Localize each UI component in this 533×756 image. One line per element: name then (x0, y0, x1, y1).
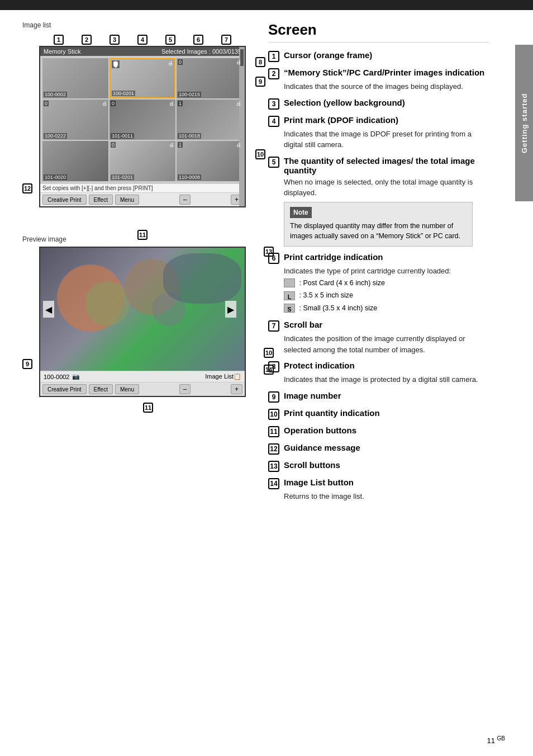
item-header-4: 4 Print mark (DPOF indication) (268, 115, 488, 127)
preview-minus-btn[interactable]: – (179, 384, 191, 394)
callout-4: 4 (137, 35, 147, 45)
cart-item-2: S : Small (3.5 x 4 inch) size (284, 302, 488, 315)
item-num-11: 11 (268, 426, 279, 437)
item-header-6: 6 Print cartridge indication (268, 252, 488, 264)
minus-btn[interactable]: – (179, 195, 191, 205)
creative-print-btn[interactable]: Creative Print (42, 195, 87, 205)
list-item-4: 4 Print mark (DPOF indication) Indicates… (268, 115, 488, 150)
callout-13-positioned: 13 (264, 247, 274, 257)
preview-scroll-right[interactable]: ▶ (225, 301, 236, 318)
callout-8: 8 (255, 57, 265, 67)
item-num-3: 3 (268, 98, 279, 110)
callout-10-p: 10 (264, 348, 274, 358)
list-item-11: 11 Operation buttons (268, 426, 488, 437)
screen-title: Screen (268, 21, 488, 42)
item-title-11: Operation buttons (284, 426, 356, 435)
preview-image: ◀ ▶ (40, 248, 245, 371)
preview-menu-btn[interactable]: Menu (115, 384, 139, 394)
thumb-num-7: 0 (111, 142, 116, 148)
preview-plus-btn[interactable]: + (231, 384, 242, 394)
preview-action-buttons: Creative Print Effect Menu – + (40, 382, 245, 396)
item-desc-6: Indicates the type of print cartridge cu… (284, 266, 488, 277)
thumb-label-4: 101-0011 (111, 133, 134, 139)
item-title-9: Image number (284, 391, 341, 400)
item-num-1: 1 (268, 51, 279, 62)
item-title-4: Print mark (DPOF indication) (284, 115, 398, 125)
thumb-label-7: 101-0201 (111, 174, 134, 180)
thumbnail-8[interactable]: 1 🖨 110-0008 (177, 141, 242, 181)
left-column: Image list 1 2 3 4 5 6 7 Memory Stick (22, 21, 257, 507)
effect-btn[interactable]: Effect (89, 195, 113, 205)
right-column: Screen 1 Cursor (orange frame) 2 “Memory… (268, 21, 511, 507)
panel-buttons: Creative Print Effect Menu – + (40, 192, 245, 206)
camera-icon: 📷 (72, 373, 80, 380)
note-text: The displayed quantity may differ from t… (290, 221, 467, 242)
panel-top-bar: Memory Stick Selected Images : 0003/0135 (40, 47, 245, 56)
thumbnail-1[interactable]: 2 🖨 100-0201 (110, 58, 175, 98)
preview-panel: ◀ ▶ 100-0002 📷 Image List📋 (39, 247, 246, 397)
selected-info: Selected Images : 0003/0135 (161, 48, 241, 55)
cart-icon-l: L (284, 291, 295, 300)
item-desc-14: Returns to the image list. (284, 491, 488, 502)
image-list-btn[interactable]: Image List📋 (205, 373, 241, 380)
thumb-label-2: 100-0215 (178, 92, 201, 97)
item-header-14: 14 Image List button (268, 478, 488, 489)
preview-creative-print-btn[interactable]: Creative Print (42, 384, 87, 394)
callout-13: 13 (264, 247, 274, 257)
preview-section: Preview image 13 ◀ (22, 235, 257, 397)
callout-5: 5 (165, 35, 175, 45)
item-title-14: Image List button (284, 478, 354, 487)
thumbnail-7[interactable]: 0 🖨 101-0201 (110, 141, 175, 181)
item-header-7: 7 Scroll bar (268, 320, 488, 332)
callout-9-positioned: 9 (255, 77, 265, 87)
callout-3: 3 (110, 35, 120, 45)
image-list-panel: Memory Stick Selected Images : 0003/0135… (39, 46, 246, 207)
callout-14: 14 (264, 365, 274, 375)
menu-btn[interactable]: Menu (115, 195, 139, 205)
callout-10: 10 (255, 149, 265, 159)
item-title-6: Print cartridge indication (284, 252, 383, 262)
thumbnail-3[interactable]: 0 🖨 100-0222 (42, 100, 108, 140)
list-item-12: 12 Guidance message (268, 443, 488, 455)
callout-7: 7 (221, 35, 231, 45)
preview-callout-9: 9 (22, 359, 32, 369)
callout-9: 9 (255, 77, 265, 87)
panel-instruction: Set copies with [+][-] and then press [P… (40, 183, 245, 192)
item-desc-7: Indicates the position of the image curr… (284, 333, 488, 355)
item-title-10: Print quantity indication (284, 408, 380, 418)
thumbnail-5[interactable]: 1 🖨 101-0018 (177, 100, 242, 140)
side-tab-label: Getting started (520, 93, 529, 153)
side-tab: Getting started (515, 45, 533, 201)
preview-effect-btn[interactable]: Effect (89, 384, 113, 394)
item-title-3: Selection (yellow background) (284, 98, 405, 107)
list-item-6: 6 Print cartridge indication Indicates t… (268, 252, 488, 314)
preview-callout-14: 14 (264, 365, 274, 375)
panel-scrollbar[interactable] (239, 47, 245, 206)
item-header-2: 2 “Memory Stick”/PC Card/Printer images … (268, 68, 488, 79)
thumb-num-5: 1 (178, 101, 183, 106)
item-title-13: Scroll buttons (284, 460, 340, 470)
thumbnail-2[interactable]: 0 🖨 100-0215 (177, 58, 242, 98)
list-item-5: 5 The quantity of selected images/ the t… (268, 156, 488, 247)
thumbnail-0[interactable]: 100-0002 (42, 58, 108, 98)
item-num-7: 7 (268, 320, 279, 332)
thumbnail-6[interactable]: 101-0020 (42, 141, 108, 181)
item-desc-2: Indicates that the source of the images … (284, 81, 488, 92)
callout-12-positioned: 12 (22, 183, 32, 193)
cartridge-icons: : Post Card (4 x 6 inch) size L : 3.5 x … (284, 277, 488, 315)
cart-icon-postcard (284, 278, 295, 287)
item-header-10: 10 Print quantity indication (268, 408, 488, 420)
item-num-4: 4 (268, 116, 279, 127)
item-num-12: 12 (268, 443, 279, 455)
item-num-13: 13 (268, 461, 279, 472)
list-item-3: 3 Selection (yellow background) (268, 98, 488, 110)
list-item-10: 10 Print quantity indication (268, 408, 488, 420)
thumb-num-4: 0 (111, 101, 116, 106)
thumbnail-4[interactable]: 0 🖨 101-0011 (110, 100, 175, 140)
image-list-icon: 📋 (234, 373, 241, 380)
preview-callout-11: 11 (143, 403, 153, 413)
item-header-13: 13 Scroll buttons (268, 460, 488, 472)
thumb-label-6: 101-0020 (44, 174, 67, 180)
page-num-value: 11 (487, 736, 494, 745)
preview-scroll-left[interactable]: ◀ (43, 301, 54, 318)
